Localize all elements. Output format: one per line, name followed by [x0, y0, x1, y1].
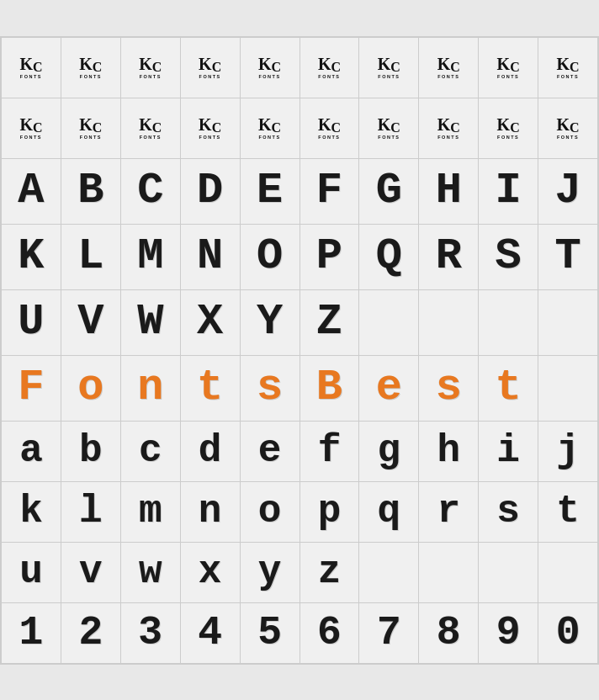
uppercase-letter: S — [496, 235, 522, 278]
kc-logo: KCFONTS — [258, 56, 281, 79]
font-grid-container: KCFONTSKCFONTSKCFONTSKCFONTSKCFONTSKCFON… — [0, 36, 599, 665]
grid-cell — [419, 290, 479, 356]
grid-cell: e — [359, 356, 419, 422]
lowercase-letter: j — [556, 432, 580, 470]
grid-cell: KCFONTS — [538, 98, 598, 159]
lowercase-letter: l — [79, 492, 103, 531]
uppercase-letter: W — [137, 300, 163, 344]
lowercase-letter: p — [318, 492, 342, 531]
grid-cell: P — [300, 225, 360, 290]
grid-cell: d — [181, 422, 241, 482]
uppercase-letter: Q — [376, 235, 402, 278]
grid-cell: V — [61, 290, 121, 356]
character-grid: KCFONTSKCFONTSKCFONTSKCFONTSKCFONTSKCFON… — [1, 37, 598, 664]
number-char: 6 — [317, 612, 342, 653]
lowercase-letter: n — [199, 492, 222, 531]
orange-letter: s — [257, 366, 283, 410]
uppercase-letter: B — [77, 169, 103, 213]
lowercase-letter: f — [318, 432, 342, 470]
grid-cell: O — [241, 225, 300, 290]
number-char: 5 — [257, 612, 282, 653]
grid-cell: B — [61, 159, 121, 225]
orange-letter: t — [197, 366, 223, 410]
kc-logo: KCFONTS — [437, 56, 460, 79]
grid-cell: F — [2, 356, 61, 422]
grid-cell: KCFONTS — [300, 98, 360, 159]
lowercase-letter: z — [318, 553, 342, 591]
grid-cell: KCFONTS — [359, 38, 419, 98]
uppercase-letter: V — [77, 300, 103, 344]
grid-cell — [479, 543, 538, 603]
number-char: 9 — [496, 612, 521, 653]
kc-logo: KCFONTS — [258, 116, 281, 140]
grid-cell: R — [419, 225, 479, 290]
grid-cell: q — [359, 482, 419, 543]
grid-cell: C — [121, 159, 181, 225]
lowercase-letter: q — [378, 492, 401, 531]
grid-cell — [419, 543, 479, 603]
uppercase-letter: T — [554, 235, 580, 278]
grid-cell: KCFONTS — [181, 38, 241, 98]
lowercase-letter: g — [378, 432, 401, 470]
kc-logo: KCFONTS — [79, 116, 102, 140]
grid-cell: U — [2, 290, 61, 356]
lowercase-letter: c — [139, 432, 162, 470]
kc-logo: KCFONTS — [139, 116, 162, 140]
grid-cell: J — [538, 159, 598, 225]
uppercase-letter: F — [316, 169, 342, 213]
grid-cell: y — [241, 543, 300, 603]
grid-cell: 0 — [538, 603, 598, 664]
grid-cell: m — [121, 482, 181, 543]
lowercase-letter: m — [139, 492, 162, 531]
grid-cell — [359, 290, 419, 356]
grid-cell: 7 — [359, 603, 419, 664]
grid-cell: KCFONTS — [479, 38, 538, 98]
grid-cell — [359, 543, 419, 603]
grid-cell: 3 — [121, 603, 181, 664]
grid-cell: F — [300, 159, 360, 225]
uppercase-letter: O — [257, 235, 283, 278]
grid-cell: KCFONTS — [121, 98, 181, 159]
number-char: 3 — [138, 612, 162, 653]
number-char: 8 — [437, 612, 461, 653]
grid-cell: t — [181, 356, 241, 422]
grid-cell: 8 — [419, 603, 479, 664]
grid-cell — [538, 356, 598, 422]
kc-logo: KCFONTS — [19, 116, 42, 140]
grid-cell: h — [419, 422, 479, 482]
orange-letter: o — [77, 366, 103, 410]
grid-cell: o — [241, 482, 300, 543]
grid-cell: 4 — [181, 603, 241, 664]
grid-cell: KCFONTS — [419, 98, 479, 159]
number-char: 1 — [19, 612, 44, 653]
uppercase-letter: M — [137, 235, 163, 278]
lowercase-letter: i — [496, 432, 520, 470]
grid-cell: KCFONTS — [61, 98, 121, 159]
grid-cell — [479, 290, 538, 356]
grid-cell: Q — [359, 225, 419, 290]
grid-cell: KCFONTS — [2, 38, 61, 98]
lowercase-letter: b — [79, 432, 103, 470]
grid-cell: KCFONTS — [300, 38, 360, 98]
grid-cell: KCFONTS — [181, 98, 241, 159]
grid-cell: 5 — [241, 603, 300, 664]
kc-logo: KCFONTS — [318, 116, 341, 140]
grid-cell: t — [538, 482, 598, 543]
lowercase-letter: r — [437, 492, 460, 531]
lowercase-letter: v — [79, 553, 103, 591]
grid-cell: KCFONTS — [479, 98, 538, 159]
grid-cell: Y — [241, 290, 300, 356]
grid-cell: i — [479, 422, 538, 482]
grid-cell: K — [2, 225, 61, 290]
lowercase-letter: t — [556, 492, 580, 531]
uppercase-letter: D — [197, 169, 223, 213]
grid-cell: A — [2, 159, 61, 225]
grid-cell: k — [2, 482, 61, 543]
kc-logo: KCFONTS — [556, 56, 579, 79]
kc-logo: KCFONTS — [199, 56, 221, 79]
grid-cell: a — [2, 422, 61, 482]
uppercase-letter: H — [436, 169, 462, 213]
number-char: 0 — [556, 612, 580, 653]
uppercase-letter: A — [18, 169, 44, 213]
lowercase-letter: k — [19, 492, 43, 531]
